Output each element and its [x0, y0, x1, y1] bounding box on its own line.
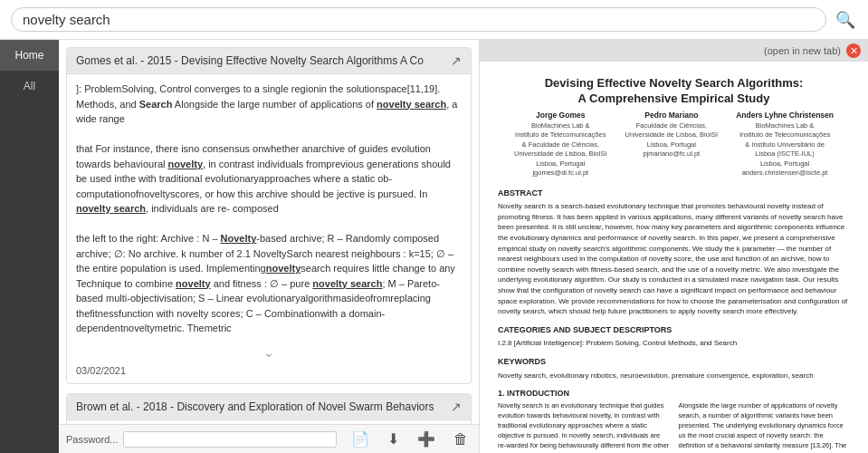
open-new-tab-link[interactable]: (open in new tab)	[764, 45, 841, 56]
password-input[interactable]	[123, 431, 337, 448]
close-panel-button[interactable]: ✕	[846, 43, 861, 58]
content-area: Gomes et al. - 2015 - Devising Effective…	[59, 40, 479, 453]
paper-title: Devising Effective Novelty Search Algori…	[498, 76, 850, 107]
result-expand-icon[interactable]: ↗	[451, 53, 462, 68]
result-body: ]: ProblemSolving, Control converges to …	[67, 74, 471, 343]
result-expand-icon[interactable]: ↗	[451, 400, 462, 414]
sidebar-item-all[interactable]: All	[0, 71, 59, 101]
paper-col-right: Alongside the large number of applicatio…	[679, 401, 851, 453]
result-date: 03/02/2021	[67, 361, 471, 383]
paper-columns: Novelty search is an evolutionary techni…	[498, 401, 850, 453]
sidebar: Home All	[0, 40, 59, 453]
password-label: Password...	[66, 434, 118, 445]
author-block: Jorge Gomes BioMachines Lab &Instituto d…	[514, 111, 607, 178]
result-item: Brown et al. - 2018 - Discovery and Expl…	[66, 393, 472, 425]
right-panel-header: (open in new tab) ✕	[480, 40, 868, 62]
sidebar-item-label: Home	[14, 49, 43, 62]
result-title: Brown et al. - 2018 - Discovery and Expl…	[76, 400, 451, 413]
search-input[interactable]	[23, 12, 815, 27]
paper-col-left: Novelty search is an evolutionary techni…	[498, 401, 670, 453]
search-wrapper	[11, 7, 826, 32]
password-area: Password...	[66, 429, 337, 449]
sidebar-item-home[interactable]: Home	[0, 40, 59, 71]
abstract-text: Novelty search is a search-based evoluti…	[498, 201, 850, 317]
author-affil: Faculdade de Ciências,Universidade de Li…	[625, 121, 719, 159]
download-button[interactable]: ⬇	[384, 429, 403, 449]
result-item: Gomes et al. - 2015 - Devising Effective…	[66, 47, 472, 384]
abstract-title: ABSTRACT	[498, 188, 850, 199]
bottom-toolbar: Password... 📄 ⬇ ➕ 🗑	[59, 424, 479, 453]
keywords-text: Novelty search, evolutionary robotics, n…	[498, 371, 850, 381]
sidebar-item-label: All	[24, 80, 35, 92]
author-name: Pedro Mariano	[625, 111, 719, 121]
author-affil: BioMachines Lab &Instituto de Telecomuni…	[514, 121, 607, 178]
categories-title: Categories and Subject Descriptors	[498, 324, 850, 336]
intro-title: 1. INTRODUCTION	[498, 388, 850, 400]
right-panel: (open in new tab) ✕ Devising Effective N…	[479, 40, 868, 453]
result-title: Gomes et al. - 2015 - Devising Effective…	[76, 54, 451, 67]
paper-preview: Devising Effective Novelty Search Algori…	[480, 62, 868, 453]
main-layout: Home All Gomes et al. - 2015 - Devising …	[0, 40, 868, 453]
delete-button[interactable]: 🗑	[450, 429, 472, 449]
results-list: Gomes et al. - 2015 - Devising Effective…	[59, 40, 479, 424]
result-header: Gomes et al. - 2015 - Devising Effective…	[67, 48, 471, 74]
paper-authors: Jorge Gomes BioMachines Lab &Instituto d…	[498, 111, 850, 178]
author-name: Jorge Gomes	[514, 111, 607, 121]
search-button[interactable]: 🔍	[834, 8, 857, 32]
result-header: Brown et al. - 2018 - Discovery and Expl…	[67, 394, 471, 420]
categories-text: I.2.8 [Artificial Intelligence]: Problem…	[498, 338, 850, 349]
keywords-title: Keywords	[498, 356, 850, 368]
document-button[interactable]: 📄	[348, 429, 373, 449]
author-name: Anders Lyhne Christensen	[736, 111, 834, 121]
author-affil: BioMachines Lab &Instituto de Telecomuni…	[736, 121, 834, 178]
search-bar: 🔍	[0, 0, 868, 40]
author-block: Anders Lyhne Christensen BioMachines Lab…	[736, 111, 834, 178]
add-button[interactable]: ➕	[414, 429, 439, 449]
expand-arrow[interactable]: ⌄	[67, 343, 471, 361]
author-block: Pedro Mariano Faculdade de Ciências,Univ…	[625, 111, 719, 178]
